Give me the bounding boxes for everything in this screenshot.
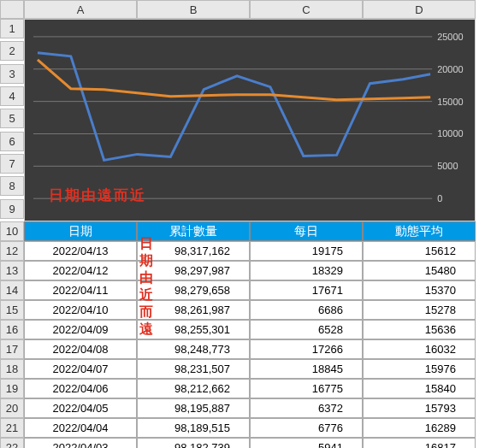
cell-daily[interactable]: 16775 [250,379,363,398]
chart-series-movavg [38,60,430,100]
cell-movavg[interactable]: 15278 [363,300,476,320]
cell-daily[interactable]: 6372 [250,398,363,418]
cell-date[interactable]: 2022/04/06 [24,379,137,398]
svg-text:20000: 20000 [437,64,463,74]
cell-movavg[interactable]: 16032 [363,339,476,359]
row-header[interactable]: 12 [0,241,24,261]
cell-daily[interactable]: 6528 [250,320,363,339]
cell-cumulative[interactable]: 98,255,301 [137,320,250,339]
corner-cell[interactable] [0,0,24,19]
cell-date[interactable]: 2022/04/09 [24,320,137,339]
chart-y-axis: 25000 20000 15000 10000 5000 0 [437,32,463,203]
table-header-date[interactable]: 日期 [24,221,137,241]
row-header[interactable]: 7 [0,154,24,174]
cell-daily[interactable]: 5941 [250,438,363,448]
cell-cumulative[interactable]: 98,195,887 [137,398,250,418]
cell-daily[interactable]: 6686 [250,300,363,320]
chart-grid [33,37,432,198]
row-header[interactable]: 20 [0,398,24,418]
cell-movavg[interactable]: 15793 [363,398,476,418]
cell-daily[interactable]: 18329 [250,261,363,280]
row-header[interactable]: 1 [0,19,24,38]
table-header-daily[interactable]: 每日 [250,221,363,241]
row-header[interactable]: 3 [0,64,24,84]
cell-movavg[interactable]: 15840 [363,379,476,398]
cell-daily[interactable]: 17266 [250,339,363,359]
cell-movavg[interactable]: 16289 [363,418,476,438]
cell-date[interactable]: 2022/04/08 [24,339,137,359]
row-header[interactable]: 10 [0,221,24,241]
row-header[interactable]: 5 [0,109,24,128]
cell-movavg[interactable]: 15480 [363,261,476,280]
svg-text:10000: 10000 [437,128,463,139]
cell-daily[interactable]: 19175 [250,241,363,261]
column-header-A[interactable]: A [24,0,137,19]
cell-date[interactable]: 2022/04/13 [24,241,137,261]
cell-movavg[interactable]: 15976 [363,359,476,379]
cell-date[interactable]: 2022/04/11 [24,280,137,300]
cell-movavg[interactable]: 16817 [363,438,476,448]
cell-cumulative[interactable]: 98,182,739 [137,438,250,448]
cell-cumulative[interactable]: 98,189,515 [137,418,250,438]
cell-cumulative[interactable]: 98,248,773 [137,339,250,359]
cell-cumulative[interactable]: 98,297,987 [137,261,250,280]
table-header-cumulative[interactable]: 累計數量 [137,221,250,241]
cell-date[interactable]: 2022/04/10 [24,300,137,320]
row-header[interactable]: 14 [0,280,24,300]
row-header[interactable]: 17 [0,339,24,359]
svg-text:25000: 25000 [437,32,463,42]
row-header[interactable]: 9 [0,199,24,219]
cell-daily[interactable]: 17671 [250,280,363,300]
row-header[interactable]: 21 [0,418,24,438]
cell-cumulative[interactable]: 98,261,987 [137,300,250,320]
cell-date[interactable]: 2022/04/12 [24,261,137,280]
row-header[interactable]: 16 [0,320,24,339]
spreadsheet: A B C D 1 25000 20000 15000 10000 5000 0 [0,0,479,448]
row-header[interactable]: 2 [0,41,24,61]
row-header[interactable]: 18 [0,359,24,379]
cell-date[interactable]: 2022/04/04 [24,418,137,438]
chart[interactable]: 25000 20000 15000 10000 5000 0 日期由遠而近 [24,19,476,221]
row-header[interactable]: 19 [0,379,24,398]
row-header[interactable]: 4 [0,86,24,106]
row-header[interactable]: 13 [0,261,24,280]
cell-date[interactable]: 2022/04/03 [24,438,137,448]
cell-movavg[interactable]: 15636 [363,320,476,339]
row-header[interactable]: 15 [0,300,24,320]
svg-text:5000: 5000 [437,161,458,171]
cell-movavg[interactable]: 15370 [363,280,476,300]
table-header-movavg[interactable]: 動態平均 [363,221,476,241]
cell-date[interactable]: 2022/04/07 [24,359,137,379]
cell-cumulative[interactable]: 98,317,162 [137,241,250,261]
cell-cumulative[interactable]: 98,279,658 [137,280,250,300]
chart-title: 日期由遠而近 [49,186,146,205]
cell-daily[interactable]: 18845 [250,359,363,379]
row-header[interactable]: 22 [0,438,24,448]
column-header-D[interactable]: D [363,0,476,19]
svg-text:0: 0 [437,193,442,203]
cell-daily[interactable]: 6776 [250,418,363,438]
cell-date[interactable]: 2022/04/05 [24,398,137,418]
cell-movavg[interactable]: 15612 [363,241,476,261]
cell-cumulative[interactable]: 98,212,662 [137,379,250,398]
column-header-B[interactable]: B [137,0,250,19]
row-header[interactable]: 8 [0,176,24,196]
column-header-C[interactable]: C [250,0,363,19]
row-header[interactable]: 6 [0,132,24,151]
cell-cumulative[interactable]: 98,231,507 [137,359,250,379]
svg-text:15000: 15000 [437,97,463,107]
